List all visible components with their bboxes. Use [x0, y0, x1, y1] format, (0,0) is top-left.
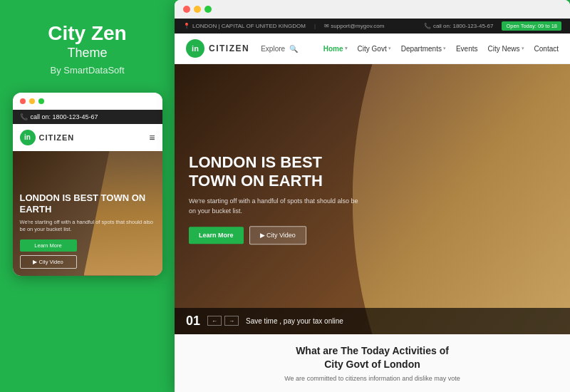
- hero-video-button[interactable]: ▶ City Video: [249, 226, 306, 244]
- bottom-subtitle: We are committed to citizens information…: [189, 375, 556, 382]
- slide-arrows: ← →: [207, 316, 239, 326]
- left-panel: City Zen Theme By SmartDataSoft 📞 call o…: [0, 0, 175, 392]
- mobile-logo-text: CITIZEN: [39, 133, 75, 142]
- nav-contact[interactable]: Contact: [534, 45, 559, 53]
- location-text: LONDON | CAPITAL OF UNITED KINGDOM: [192, 23, 306, 29]
- location-icon: 📍: [183, 23, 190, 29]
- infobar-open-badge: Open Today: 09 to 18: [502, 21, 561, 31]
- mobile-dot-yellow: [29, 98, 35, 104]
- desktop-mockup: 📍 LONDON | CAPITAL OF UNITED KINGDOM | ✉…: [175, 0, 570, 392]
- hero-subtitle: We're starting off with a handful of spo…: [189, 197, 360, 216]
- nav-citynews[interactable]: City News ▾: [488, 45, 524, 53]
- desktop-logo-icon: in: [186, 39, 204, 58]
- mobile-logo-icon: in: [20, 130, 36, 145]
- mobile-mockup: 📞 call on: 1800-123-45-67 in CITIZEN ≡ L…: [13, 93, 162, 276]
- chrome-dot-green: [204, 6, 212, 13]
- email-text: support@mygov.com: [331, 23, 384, 29]
- phone-icon: 📞: [20, 113, 28, 120]
- mobile-callbar: 📞 call on: 1800-123-45-67: [13, 110, 162, 124]
- mobile-hero-title: LONDON IS BEST TOWN ON EARTH: [20, 192, 155, 215]
- desktop-logo: in CITIZEN: [186, 39, 249, 58]
- mobile-navbar: in CITIZEN ≡: [13, 124, 162, 151]
- mobile-learn-button[interactable]: Learn More: [20, 239, 77, 252]
- chrome-dot-red: [183, 6, 190, 13]
- nav-citygov[interactable]: City Govt ▾: [358, 45, 391, 53]
- desktop-navbar: in CITIZEN Explore 🔍 Home ▾ City Govt ▾ …: [175, 33, 570, 64]
- mobile-hero-subtitle: We're starting off with a handful of spo…: [20, 219, 155, 234]
- chrome-dot-yellow: [194, 6, 201, 13]
- slide-number: 01: [186, 314, 200, 329]
- next-slide-button[interactable]: →: [224, 316, 239, 326]
- email-icon: ✉: [324, 23, 331, 29]
- desktop-chrome-bar: [175, 0, 570, 19]
- mobile-dot-green: [38, 98, 44, 104]
- hero-content: LONDON IS BEST TOWN ON EARTH We're start…: [189, 154, 360, 245]
- desktop-bottom-section: What are The Today Activities ofCity Gov…: [175, 334, 570, 392]
- infobar-location: 📍 LONDON | CAPITAL OF UNITED KINGDOM: [183, 23, 306, 29]
- infobar-divider: |: [314, 23, 316, 29]
- mobile-call-text: call on: 1800-123-45-67: [31, 113, 98, 120]
- nav-home[interactable]: Home ▾: [323, 45, 348, 53]
- call-icon: 📞: [424, 23, 431, 29]
- nav-departments[interactable]: Departments ▾: [401, 45, 446, 53]
- nav-events[interactable]: Events: [456, 45, 478, 53]
- theme-title: City Zen: [48, 21, 126, 46]
- desktop-hero: LONDON IS BEST TOWN ON EARTH We're start…: [175, 64, 570, 334]
- mobile-logo: in CITIZEN: [20, 130, 75, 145]
- explore-link[interactable]: Explore: [261, 45, 285, 53]
- hero-arch: [353, 64, 570, 334]
- prev-slide-button[interactable]: ←: [207, 316, 222, 326]
- mobile-chrome-bar: [13, 93, 162, 110]
- search-icon[interactable]: 🔍: [289, 45, 298, 53]
- hamburger-icon[interactable]: ≡: [149, 132, 155, 143]
- hero-buttons: Learn More ▶ City Video: [189, 226, 360, 244]
- mobile-hero: LONDON IS BEST TOWN ON EARTH We're start…: [13, 151, 162, 276]
- slide-caption: Save time , pay your tax online: [246, 317, 343, 325]
- theme-subtitle: Theme: [67, 46, 107, 61]
- bottom-title: What are The Today Activities ofCity Gov…: [189, 344, 556, 372]
- infobar-email: ✉ support@mygov.com: [324, 23, 384, 29]
- mobile-hero-content: LONDON IS BEST TOWN ON EARTH We're start…: [13, 185, 162, 275]
- desktop-infobar: 📍 LONDON | CAPITAL OF UNITED KINGDOM | ✉…: [175, 19, 570, 33]
- call-text: call on: 1800-123-45-67: [433, 23, 494, 29]
- hero-bottom-bar: 01 ← → Save time , pay your tax online: [175, 308, 570, 334]
- infobar-call: 📞 call on: 1800-123-45-67: [424, 23, 494, 29]
- mobile-video-button[interactable]: ▶ City Video: [20, 255, 77, 269]
- hero-title: LONDON IS BEST TOWN ON EARTH: [189, 154, 360, 190]
- mobile-dot-red: [20, 98, 26, 104]
- byline: By SmartDataSoft: [50, 65, 124, 76]
- desktop-logo-text: CITIZEN: [209, 43, 249, 53]
- desktop-nav: Home ▾ City Govt ▾ Departments ▾ Events …: [323, 45, 559, 53]
- hero-learn-button[interactable]: Learn More: [189, 227, 244, 244]
